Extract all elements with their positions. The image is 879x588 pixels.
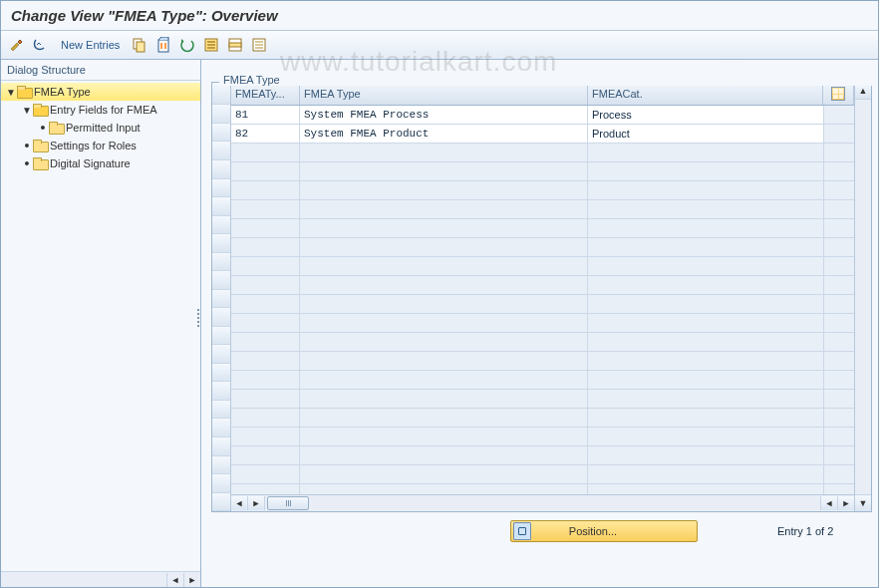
dialog-structure-panel: Dialog Structure ▼FMEA Type▼Entry Fields… xyxy=(1,60,201,588)
row-selector[interactable] xyxy=(212,197,230,216)
row-selector[interactable] xyxy=(212,493,230,512)
grid-header-row: FMEATy... FMEA Type FMEACat. xyxy=(231,83,854,106)
delete-icon[interactable] xyxy=(153,35,173,55)
column-header-fmea-type[interactable]: FMEA Type xyxy=(300,83,588,105)
cell-c xyxy=(588,333,824,351)
grid-vertical-scrollbar[interactable]: ▲ ▼ xyxy=(854,83,871,511)
folder-icon xyxy=(33,104,47,116)
cell-c xyxy=(588,484,824,494)
cell-b xyxy=(300,484,588,494)
cell-a xyxy=(231,238,300,256)
svg-rect-8 xyxy=(207,47,215,49)
row-selector[interactable] xyxy=(212,105,230,124)
svg-rect-10 xyxy=(229,43,241,47)
tree-item-label: Permitted Input xyxy=(66,122,141,134)
grid-footer: Position... Entry 1 of 2 xyxy=(211,512,872,550)
row-spacer xyxy=(824,352,854,370)
position-button[interactable]: Position... xyxy=(510,520,698,542)
tree-item[interactable]: ▼FMEA Type xyxy=(1,83,200,101)
column-header-fmea-type-key[interactable]: FMEATy... xyxy=(231,83,300,105)
find-icon[interactable] xyxy=(31,35,51,55)
row-selector[interactable] xyxy=(212,345,230,364)
cell-b[interactable]: System FMEA Process xyxy=(300,106,588,124)
cell-b[interactable]: System FMEA Product xyxy=(300,125,588,143)
collapse-icon[interactable]: ▼ xyxy=(21,105,33,116)
toggle-display-change-icon[interactable] xyxy=(7,35,27,55)
table-row xyxy=(231,162,854,181)
cell-c[interactable]: Product xyxy=(588,125,824,143)
row-spacer xyxy=(824,390,854,408)
page-title: Change View "FMEA Type": Overview xyxy=(1,1,878,31)
row-selector[interactable] xyxy=(212,160,230,179)
tree-item[interactable]: •Digital Signature xyxy=(1,154,200,172)
scroll-down-icon[interactable]: ▼ xyxy=(855,494,871,511)
cell-a xyxy=(231,446,300,464)
fmea-type-grid: FMEATy... FMEA Type FMEACat. 81System FM… xyxy=(211,82,872,512)
grid-title: FMEA Type xyxy=(219,74,876,86)
row-selector[interactable] xyxy=(212,456,230,475)
row-selector[interactable] xyxy=(212,327,230,346)
folder-icon xyxy=(33,157,47,169)
tree-item[interactable]: •Permitted Input xyxy=(1,119,200,137)
row-selector[interactable] xyxy=(212,234,230,253)
cell-b xyxy=(300,446,588,464)
row-selector[interactable] xyxy=(212,364,230,383)
tree-item[interactable]: •Settings for Roles xyxy=(1,137,200,154)
row-selector[interactable] xyxy=(212,216,230,235)
grid-horizontal-scrollbar[interactable]: ◄ ► ◄ ► xyxy=(231,494,854,511)
row-spacer xyxy=(824,125,854,143)
row-selector[interactable] xyxy=(212,401,230,420)
cell-c xyxy=(588,181,824,199)
row-spacer xyxy=(824,257,854,275)
row-selector[interactable] xyxy=(212,308,230,327)
cell-c xyxy=(588,219,824,237)
scroll-right-icon[interactable]: ► xyxy=(183,573,200,587)
deselect-all-icon[interactable] xyxy=(249,35,269,55)
undo-change-icon[interactable] xyxy=(177,35,197,55)
configure-columns-button[interactable] xyxy=(823,83,854,105)
row-selector[interactable] xyxy=(212,179,230,198)
row-selector[interactable] xyxy=(212,124,230,143)
cell-a[interactable]: 82 xyxy=(231,125,300,143)
row-spacer xyxy=(824,181,854,199)
tree-item-label: Digital Signature xyxy=(50,157,131,169)
row-selector[interactable] xyxy=(212,474,230,493)
tree-horizontal-scrollbar[interactable]: ◄ ► xyxy=(1,571,200,588)
row-spacer xyxy=(824,200,854,218)
select-all-icon[interactable] xyxy=(201,35,221,55)
scroll-right-step-icon[interactable]: ► xyxy=(248,496,265,510)
cell-a xyxy=(231,390,300,408)
cell-a[interactable]: 81 xyxy=(231,106,300,124)
row-spacer xyxy=(824,162,854,180)
row-selector[interactable] xyxy=(212,438,230,456)
scroll-right-icon[interactable]: ► xyxy=(837,496,854,510)
folder-icon xyxy=(33,140,47,151)
column-header-fmea-cat[interactable]: FMEACat. xyxy=(588,83,823,105)
row-selector[interactable] xyxy=(212,142,230,160)
scroll-left-icon[interactable]: ◄ xyxy=(231,496,248,510)
row-selector[interactable] xyxy=(212,382,230,401)
new-entries-button[interactable]: New Entries xyxy=(55,39,126,51)
copy-as-icon[interactable] xyxy=(130,35,149,55)
cell-b xyxy=(300,200,588,218)
row-selector[interactable] xyxy=(212,419,230,438)
grid-body: 81System FMEA ProcessProcess82System FME… xyxy=(231,106,854,494)
cell-c[interactable]: Process xyxy=(588,106,824,124)
cell-b xyxy=(300,238,588,256)
table-row xyxy=(231,428,854,446)
tree-item[interactable]: ▼Entry Fields for FMEA xyxy=(1,101,200,119)
row-selector[interactable] xyxy=(212,271,230,290)
cell-b xyxy=(300,295,588,313)
select-block-icon[interactable] xyxy=(225,35,245,55)
scroll-left-icon[interactable]: ◄ xyxy=(166,573,183,587)
row-selector[interactable] xyxy=(212,253,230,272)
svg-rect-14 xyxy=(255,47,263,49)
scroll-thumb[interactable] xyxy=(267,496,309,510)
cell-b xyxy=(300,257,588,275)
collapse-icon[interactable]: ▼ xyxy=(5,87,17,98)
scroll-left-step-icon[interactable]: ◄ xyxy=(820,496,837,510)
row-spacer xyxy=(824,144,854,161)
row-selector[interactable] xyxy=(212,290,230,309)
cell-a xyxy=(231,428,300,445)
cell-b xyxy=(300,162,588,180)
